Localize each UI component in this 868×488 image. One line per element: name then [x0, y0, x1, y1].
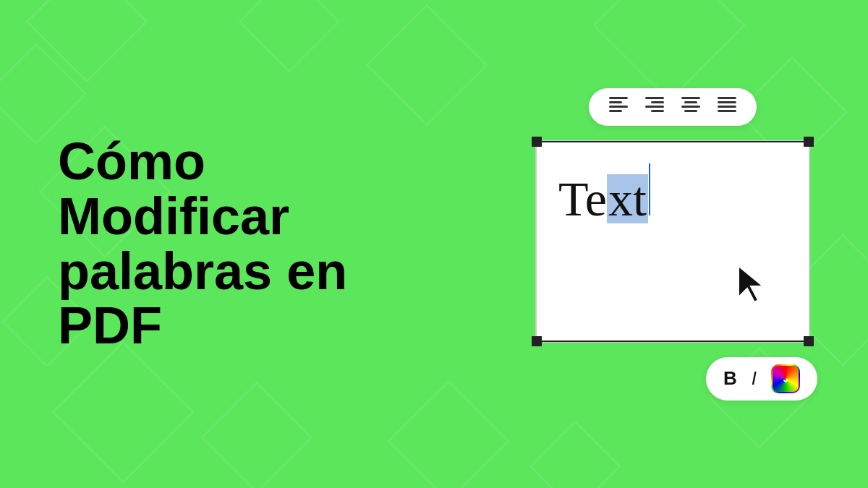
mouse-cursor [733, 262, 769, 305]
formatting-toolbar: B I ⌄ [706, 357, 817, 401]
text-selected: xt [607, 174, 648, 223]
text-content: Text [558, 163, 650, 223]
svg-rect-2 [609, 106, 628, 108]
title-section: Cómo Modificar palabras en PDF [58, 134, 347, 353]
svg-rect-9 [684, 101, 697, 103]
align-left-button[interactable] [609, 97, 628, 117]
handle-line-bottom [542, 341, 804, 342]
color-chevron-icon: ⌄ [781, 373, 790, 385]
handle-bottom-left [532, 336, 542, 346]
bold-button[interactable]: B [723, 367, 737, 390]
align-right-button[interactable] [645, 97, 664, 117]
svg-rect-3 [609, 110, 622, 112]
svg-rect-11 [684, 110, 697, 112]
svg-rect-8 [681, 97, 700, 99]
align-center-button[interactable] [681, 97, 700, 117]
editor-section: Text B I ⌄ [535, 88, 810, 401]
svg-rect-12 [718, 97, 736, 99]
handle-top-right [804, 137, 814, 147]
svg-rect-6 [645, 106, 664, 108]
svg-rect-0 [609, 97, 628, 99]
color-picker-button[interactable]: ⌄ [771, 364, 800, 393]
svg-rect-5 [651, 101, 664, 103]
svg-rect-13 [718, 101, 736, 103]
text-before-selection: Te [558, 174, 607, 223]
handle-bottom-right [804, 336, 814, 346]
main-title: Cómo Modificar palabras en PDF [58, 134, 347, 353]
svg-rect-4 [645, 97, 664, 99]
text-editor-box[interactable]: Text [535, 140, 810, 343]
svg-rect-1 [609, 101, 622, 103]
svg-rect-10 [681, 106, 700, 108]
handle-line-top [542, 141, 804, 142]
text-cursor [649, 163, 650, 215]
svg-rect-7 [651, 110, 664, 112]
handle-top-left [532, 137, 542, 147]
alignment-toolbar [589, 88, 757, 126]
svg-marker-16 [739, 266, 763, 302]
svg-rect-15 [718, 110, 736, 112]
italic-button[interactable]: I [752, 367, 757, 390]
justify-button[interactable] [718, 97, 736, 117]
svg-rect-14 [718, 106, 736, 108]
